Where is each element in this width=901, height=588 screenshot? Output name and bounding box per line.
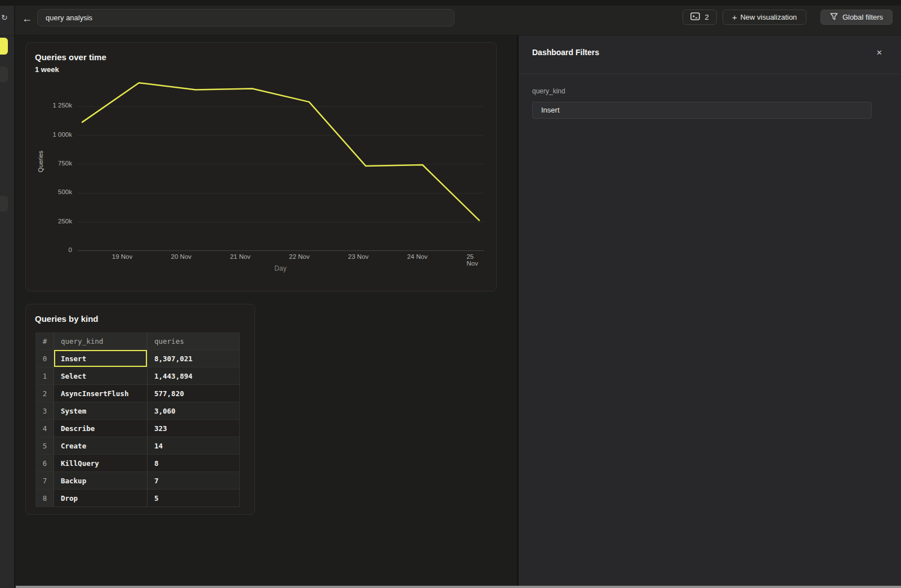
row-index: 5 bbox=[36, 437, 53, 454]
y-tick: 1 250k bbox=[26, 102, 72, 109]
queries-value-cell[interactable]: 8 bbox=[147, 455, 239, 472]
sql-console-button[interactable]: 2 bbox=[683, 10, 717, 25]
query-kind-cell[interactable]: Backup bbox=[53, 472, 147, 489]
queries-line-chart bbox=[78, 78, 484, 251]
y-tick: 0 bbox=[26, 246, 72, 253]
query-kind-cell[interactable]: Describe bbox=[53, 420, 147, 437]
x-tick: 20 Nov bbox=[171, 253, 191, 260]
visualization-count: 2 bbox=[704, 13, 708, 21]
dashboard-filters-panel: Dashboard Filters ✕ query_kind Insert bbox=[517, 35, 901, 588]
queries-value-cell[interactable]: 1,443,894 bbox=[147, 367, 239, 384]
table-row: 0Insert8,307,021 bbox=[36, 349, 239, 367]
y-tick: 750k bbox=[26, 160, 72, 167]
row-index: 2 bbox=[36, 385, 53, 402]
dashboard-title-input[interactable]: query analysis bbox=[37, 9, 454, 26]
col-header-queries: queries bbox=[147, 333, 239, 349]
sidebar-item-chart[interactable] bbox=[0, 196, 8, 212]
query-kind-filter-input[interactable]: Insert bbox=[532, 102, 872, 119]
queries-value-cell[interactable]: 3,060 bbox=[147, 402, 239, 419]
new-visualization-label: New visualization bbox=[741, 13, 797, 21]
x-tick: 19 Nov bbox=[112, 253, 132, 260]
topbar: ← query analysis 2 + New visualization G… bbox=[0, 6, 901, 35]
x-tick: 24 Nov bbox=[407, 253, 427, 260]
row-index: 1 bbox=[36, 367, 53, 384]
chart-subtitle: 1 week bbox=[35, 65, 59, 74]
table-row: 2AsyncInsertFlush577,820 bbox=[36, 384, 239, 402]
global-filters-label: Global filters bbox=[842, 13, 883, 21]
queries-value-cell[interactable]: 5 bbox=[147, 490, 239, 506]
x-tick: 22 Nov bbox=[289, 253, 309, 260]
query-kind-cell[interactable]: Drop bbox=[53, 490, 147, 506]
close-icon[interactable]: ✕ bbox=[876, 48, 882, 57]
queries-by-kind-table: #query_kindqueries0Insert8,307,0211Selec… bbox=[35, 333, 240, 507]
row-index: 7 bbox=[36, 472, 53, 489]
table-row: 5Create14 bbox=[36, 437, 239, 454]
panel-divider bbox=[519, 74, 901, 74]
queries-value-cell[interactable]: 14 bbox=[147, 437, 239, 454]
row-index: 6 bbox=[36, 455, 53, 472]
table-row: 1Select1,443,894 bbox=[36, 367, 239, 384]
window-top-edge bbox=[0, 0, 901, 6]
queries-value-cell[interactable]: 7 bbox=[147, 472, 239, 489]
row-index: 0 bbox=[36, 350, 53, 367]
sidebar-item-chart[interactable] bbox=[0, 66, 8, 82]
col-header-index: # bbox=[36, 333, 53, 349]
table-header-row: #query_kindqueries bbox=[36, 333, 239, 349]
x-tick: 25 Nov bbox=[466, 253, 486, 267]
queries-over-time-card: Queries over time 1 week Queries 0250k50… bbox=[25, 42, 497, 291]
col-header-query-kind: query_kind bbox=[53, 333, 147, 349]
y-tick: 500k bbox=[26, 188, 72, 195]
x-tick: 21 Nov bbox=[230, 253, 250, 260]
horizontal-scrollbar[interactable] bbox=[16, 586, 901, 588]
queries-value-cell[interactable]: 323 bbox=[147, 420, 239, 437]
refresh-icon[interactable]: ↻ bbox=[1, 13, 8, 22]
sidebar-divider bbox=[0, 35, 15, 36]
plus-icon: + bbox=[732, 12, 737, 22]
sidebar-item-chart-selected[interactable] bbox=[0, 38, 8, 55]
queries-by-kind-card: Queries by kind #query_kindqueries0Inser… bbox=[25, 304, 255, 515]
x-axis-label: Day bbox=[258, 264, 303, 272]
table-row: 8Drop5 bbox=[36, 489, 239, 506]
queries-value-cell[interactable]: 577,820 bbox=[147, 385, 239, 402]
queries-value-cell[interactable]: 8,307,021 bbox=[147, 350, 239, 367]
query-kind-cell[interactable]: KillQuery bbox=[53, 455, 147, 472]
sql-console-icon bbox=[690, 12, 700, 22]
query-kind-cell[interactable]: Select bbox=[53, 367, 147, 384]
back-button[interactable]: ← bbox=[22, 13, 32, 25]
query-kind-cell[interactable]: System bbox=[53, 402, 147, 419]
query-kind-cell[interactable]: Create bbox=[53, 437, 147, 454]
query-kind-cell[interactable]: AsyncInsertFlush bbox=[53, 385, 147, 402]
panel-title: Dashboard Filters bbox=[532, 48, 599, 57]
y-tick: 250k bbox=[26, 218, 72, 225]
row-index: 8 bbox=[36, 490, 53, 506]
table-row: 4Describe323 bbox=[36, 419, 239, 437]
new-visualization-button[interactable]: + New visualization bbox=[722, 10, 806, 25]
query-kind-cell-selected[interactable]: Insert bbox=[53, 350, 147, 367]
table-row: 3System3,060 bbox=[36, 402, 239, 419]
x-tick: 23 Nov bbox=[348, 253, 368, 260]
funnel-icon bbox=[830, 13, 838, 22]
table-row: 7Backup7 bbox=[36, 472, 239, 489]
row-index: 3 bbox=[36, 402, 53, 419]
row-index: 4 bbox=[36, 420, 53, 437]
global-filters-button[interactable]: Global filters bbox=[820, 10, 893, 25]
filter-field-label: query_kind bbox=[532, 87, 565, 95]
chart-title: Queries over time bbox=[35, 52, 106, 62]
table-title: Queries by kind bbox=[35, 314, 99, 324]
table-row: 6KillQuery8 bbox=[36, 454, 239, 472]
collapsed-sidebar: ↻ bbox=[0, 6, 15, 588]
y-tick: 1 000k bbox=[26, 131, 72, 138]
